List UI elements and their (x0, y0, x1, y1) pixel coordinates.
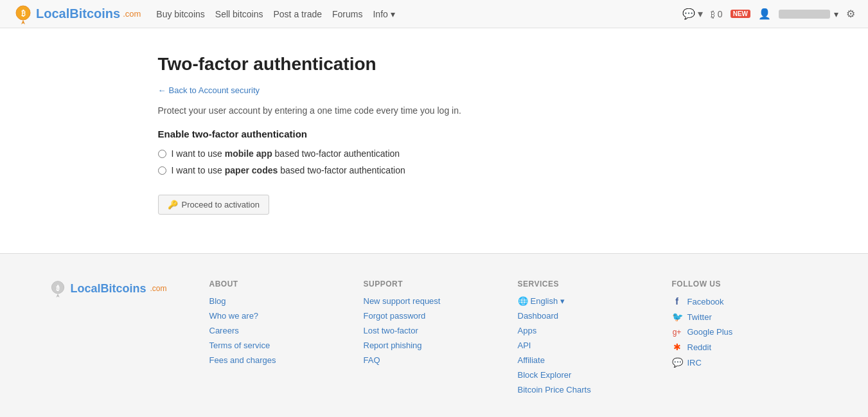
footer-link-lost-2fa[interactable]: Lost two-factor (364, 326, 505, 335)
navbar: ₿ LocalBitcoins.com Buy bitcoins Sell bi… (0, 0, 868, 28)
follow-title: FOLLOW US (672, 279, 813, 288)
footer-link-fees[interactable]: Fees and charges (209, 355, 351, 365)
footer-columns: ABOUT Blog Who we are? Careers Terms of … (203, 279, 820, 400)
googleplus-link[interactable]: Google Plus (687, 327, 733, 337)
footer: ₿ LocalBitcoins.com ABOUT Blog Who we ar… (0, 253, 868, 417)
footer-logo-icon: ₿ (49, 279, 67, 297)
nav-info[interactable]: Info ▾ (373, 9, 394, 19)
paper-codes-label[interactable]: I want to use paper codes based two-fact… (172, 165, 405, 175)
new-badge: NEW (731, 10, 750, 18)
mobile-app-option: I want to use mobile app based two-facto… (158, 148, 711, 159)
footer-link-careers[interactable]: Careers (209, 326, 351, 335)
logo-com: .com (123, 9, 141, 19)
user-dropdown-icon: ▾ (834, 9, 838, 19)
follow-facebook: f Facebook (672, 296, 813, 306)
nav-post-trade[interactable]: Post a trade (274, 9, 323, 19)
chat-icon[interactable]: 💬 ▾ (682, 8, 703, 20)
follow-google-plus: g+ Google Plus (672, 327, 813, 337)
footer-link-blog[interactable]: Blog (209, 296, 351, 306)
nav-sell-bitcoins[interactable]: Sell bitcoins (215, 9, 263, 19)
footer-logo-text: LocalBitcoins (71, 282, 146, 296)
follow-twitter: 🐦 Twitter (672, 312, 813, 322)
footer-follow-col: FOLLOW US f Facebook 🐦 Twitter g+ Google… (666, 279, 820, 400)
mobile-app-label[interactable]: I want to use mobile app based two-facto… (172, 148, 400, 159)
footer-link-api[interactable]: API (518, 341, 659, 350)
username-blurred (779, 10, 830, 19)
footer-about-col: ABOUT Blog Who we are? Careers Terms of … (203, 279, 357, 400)
chevron-down-icon: ▾ (391, 9, 395, 19)
support-title: SUPPORT (364, 279, 505, 288)
footer-link-support-request[interactable]: New support request (364, 296, 505, 306)
language-selector[interactable]: 🌐 English ▾ (518, 296, 659, 306)
proceed-button[interactable]: 🔑 Proceed to activation (158, 195, 269, 215)
footer-link-forgot-password[interactable]: Forgot password (364, 311, 505, 321)
follow-irc: 💬 IRC (672, 357, 813, 368)
facebook-link[interactable]: Facebook (687, 297, 724, 306)
reddit-link[interactable]: Reddit (687, 342, 712, 352)
svg-text:₿: ₿ (21, 9, 26, 18)
footer-inner: ₿ LocalBitcoins.com ABOUT Blog Who we ar… (49, 279, 820, 400)
page-description: Protect your user account by entering a … (158, 105, 711, 116)
navbar-right: 💬 ▾ ₿ 0 NEW 👤 ▾ ⚙ (682, 8, 855, 20)
page-title: Two-factor authentication (158, 54, 711, 75)
footer-logo-col: ₿ LocalBitcoins.com (49, 279, 177, 400)
user-menu[interactable]: ▾ (779, 9, 838, 19)
paper-codes-option: I want to use paper codes based two-fact… (158, 165, 711, 175)
logo-icon: ₿ (13, 4, 33, 24)
footer-link-tos[interactable]: Terms of service (209, 341, 351, 350)
user-icon[interactable]: 👤 (758, 8, 771, 20)
services-title: SERVICES (518, 279, 659, 288)
back-arrow-icon: ← (158, 85, 166, 95)
footer-logo[interactable]: ₿ LocalBitcoins.com (49, 279, 177, 297)
logo-text: LocalBitcoins (36, 6, 120, 21)
twitter-link[interactable]: Twitter (687, 312, 712, 322)
section-title: Enable two-factor authentication (158, 129, 711, 139)
btc-counter: ₿ 0 (711, 9, 723, 19)
site-logo[interactable]: ₿ LocalBitcoins.com (13, 4, 141, 24)
footer-link-faq[interactable]: FAQ (364, 355, 505, 365)
follow-reddit: ✱ Reddit (672, 342, 813, 352)
globe-icon: 🌐 (518, 296, 528, 306)
nav-buy-bitcoins[interactable]: Buy bitcoins (156, 9, 204, 19)
mobile-app-radio[interactable] (158, 150, 166, 158)
key-icon: 🔑 (168, 200, 178, 209)
nav-links: Buy bitcoins Sell bitcoins Post a trade … (156, 9, 395, 19)
settings-icon[interactable]: ⚙ (846, 8, 855, 20)
paper-codes-radio[interactable] (158, 166, 166, 175)
footer-link-block-explorer[interactable]: Block Explorer (518, 370, 659, 380)
irc-link[interactable]: IRC (687, 358, 702, 368)
footer-link-apps[interactable]: Apps (518, 326, 659, 335)
twitter-icon: 🐦 (672, 312, 682, 322)
irc-icon: 💬 (672, 357, 682, 368)
footer-link-affiliate[interactable]: Affiliate (518, 355, 659, 365)
navbar-left: ₿ LocalBitcoins.com Buy bitcoins Sell bi… (13, 4, 395, 24)
footer-link-who[interactable]: Who we are? (209, 311, 351, 321)
footer-services-col: SERVICES 🌐 English ▾ Dashboard Apps API … (511, 279, 666, 400)
footer-logo-com: .com (150, 284, 167, 293)
nav-forums[interactable]: Forums (332, 9, 362, 19)
facebook-icon: f (672, 296, 682, 306)
back-link[interactable]: ← Back to Account security (158, 85, 260, 95)
main-content: Two-factor authentication ← Back to Acco… (145, 28, 723, 253)
footer-support-col: SUPPORT New support request Forgot passw… (357, 279, 511, 400)
googleplus-icon: g+ (672, 328, 682, 337)
about-title: ABOUT (209, 279, 351, 288)
footer-link-report-phishing[interactable]: Report phishing (364, 341, 505, 350)
bitcoin-icon: ₿ (711, 9, 715, 19)
footer-link-dashboard[interactable]: Dashboard (518, 311, 659, 321)
reddit-icon: ✱ (672, 342, 682, 352)
lang-dropdown-icon: ▾ (560, 296, 565, 306)
svg-text:₿: ₿ (56, 284, 60, 292)
footer-link-price-charts[interactable]: Bitcoin Price Charts (518, 385, 659, 395)
